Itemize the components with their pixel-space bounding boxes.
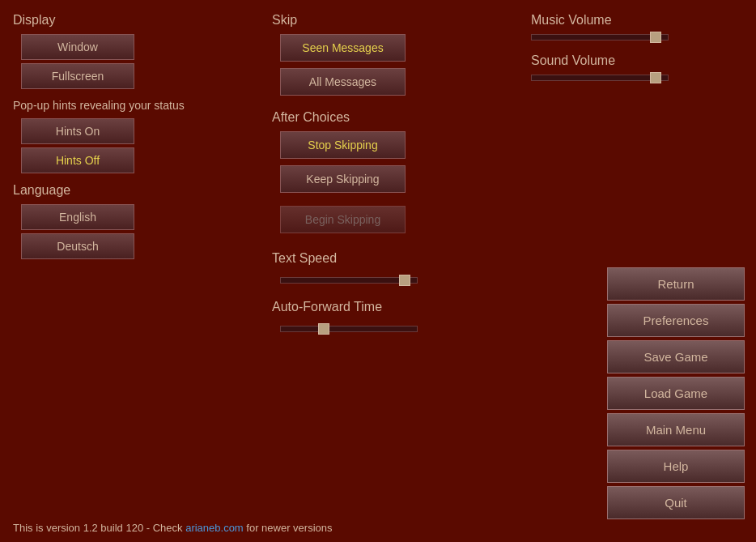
nav-buttons-panel: Return Preferences Save Game Load Game M… (607, 267, 745, 519)
auto-forward-label: Auto-Forward Time (272, 300, 523, 314)
music-volume-section: Music Volume (531, 13, 743, 41)
help-button[interactable]: Help (607, 450, 745, 483)
hints-off-button[interactable]: Hints Off (21, 147, 134, 173)
fullscreen-button[interactable]: Fullscreen (21, 63, 134, 89)
hints-on-button[interactable]: Hints On (21, 118, 134, 144)
begin-skipping-section: Begin Skipping (272, 206, 523, 237)
music-volume-label: Music Volume (531, 13, 743, 28)
all-messages-button[interactable]: All Messages (280, 68, 406, 96)
seen-messages-button[interactable]: Seen Messages (280, 34, 406, 62)
display-label: Display (13, 13, 264, 28)
keep-skipping-button[interactable]: Keep Skipping (280, 165, 406, 193)
hints-label: Pop-up hints revealing your status (13, 99, 264, 112)
begin-skipping-button[interactable]: Begin Skipping (280, 206, 406, 233)
auto-forward-section: Auto-Forward Time (272, 300, 523, 335)
auto-forward-slider[interactable] (280, 326, 418, 332)
footer-link[interactable]: arianeb.com (185, 522, 244, 534)
after-choices-section: After Choices Stop Skipping Keep Skippin… (272, 110, 523, 196)
hints-section: Pop-up hints revealing your status Hints… (13, 99, 264, 173)
display-section: Display Window Fullscreen (13, 13, 264, 89)
quit-button[interactable]: Quit (607, 486, 745, 519)
stop-skipping-button[interactable]: Stop Skipping (280, 131, 406, 159)
main-menu-button[interactable]: Main Menu (607, 413, 745, 446)
footer-text-after: for newer versions (244, 522, 333, 534)
sound-volume-slider[interactable] (531, 75, 669, 81)
language-label: Language (13, 183, 264, 198)
deutsch-button[interactable]: Deutsch (21, 233, 134, 259)
text-speed-label: Text Speed (272, 251, 523, 266)
window-button[interactable]: Window (21, 34, 134, 60)
language-section: Language English Deutsch (13, 183, 264, 259)
text-speed-slider[interactable] (280, 277, 418, 284)
return-button[interactable]: Return (607, 267, 745, 301)
skip-section: Skip Seen Messages All Messages (272, 13, 523, 99)
after-choices-label: After Choices (272, 110, 523, 125)
preferences-button[interactable]: Preferences (607, 304, 745, 337)
sound-volume-label: Sound Volume (531, 53, 743, 68)
text-speed-section: Text Speed (272, 251, 523, 287)
english-button[interactable]: English (21, 204, 134, 230)
footer: This is version 1.2 build 120 - Check ar… (13, 522, 333, 534)
music-volume-slider[interactable] (531, 34, 669, 41)
footer-text-before: This is version 1.2 build 120 - Check (13, 522, 185, 534)
load-game-button[interactable]: Load Game (607, 377, 745, 410)
save-game-button[interactable]: Save Game (607, 340, 745, 373)
sound-volume-section: Sound Volume (531, 53, 743, 81)
skip-label: Skip (272, 13, 523, 28)
